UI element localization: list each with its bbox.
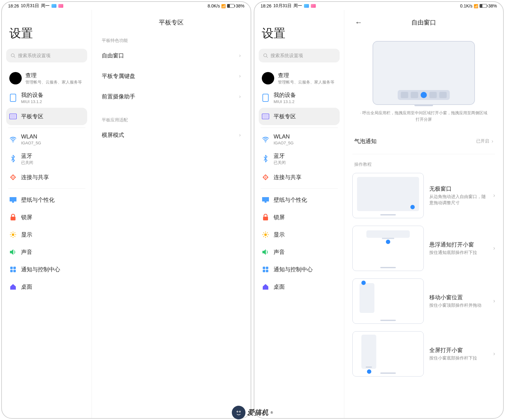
brightness-icon [9,231,17,238]
divider [8,188,85,189]
settings-title: 设置 [259,10,340,49]
search-input[interactable]: 搜索系统设置项 [259,49,340,62]
watermark-text: 爱搞机 [247,408,269,417]
svg-point-32 [264,233,267,236]
chevron-right-icon: › [239,73,241,79]
status-net-speed: 8.0K/s [208,3,220,8]
svg-line-16 [15,233,15,233]
watermark: 爱搞机® [232,406,273,419]
tutorial-thumb [352,331,424,377]
sound-title: 声音 [21,248,32,256]
svg-line-1 [14,56,15,58]
sidebar-item-notifications[interactable]: 通知与控制中心 [6,261,87,278]
svg-point-50 [239,411,240,412]
display-title: 显示 [21,231,32,238]
wlan-sub: IGAO7_5G [21,141,41,146]
tablet-icon [9,113,17,120]
back-button[interactable]: ← [352,16,365,29]
sidebar-item-wlan[interactable]: WLANIGAO7_5G [259,130,340,149]
svg-marker-41 [262,249,266,255]
wallpaper-icon [9,196,17,204]
notif-title: 通知与控制中心 [21,266,60,273]
row-front-camera-assist[interactable]: 前置摄像助手 › [100,86,243,107]
svg-rect-7 [12,201,14,203]
row-bubble-notification[interactable]: 气泡通知 已开启 › [352,131,495,151]
sidebar-item-tablet-zone[interactable]: 平板专区 [259,108,340,125]
settings-sidebar: 设置 搜索系统设置项 查理 管理帐号、云服务、家人服务等 我的 [2,10,92,418]
tutorial-thumb [352,278,424,324]
sidebar-item-device[interactable]: 我的设备MIUI 13.1.2 [259,88,340,108]
device-right: 18:26 10月31日 周一 0.1K/s 38% 设置 搜索系统设置项 [254,1,504,419]
chevron-right-icon: › [493,192,495,199]
sidebar-item-lock[interactable]: 锁屏 [259,209,340,226]
sidebar-item-account[interactable]: 查理 管理帐号、云服务、家人服务等 [259,69,340,88]
section-label-tutorial: 操作教程 [352,156,495,169]
avatar [262,72,274,84]
svg-point-9 [12,233,14,236]
sidebar-item-share[interactable]: 连接与共享 [6,169,87,186]
status-battery-pct: 38% [488,3,497,8]
svg-point-28 [265,141,266,142]
sidebar-item-tablet-zone[interactable]: 平板专区 [6,108,87,125]
share-icon [9,174,17,181]
sidebar-item-display[interactable]: 显示 [6,226,87,243]
wallpaper-title: 壁纸与个性化 [21,196,55,204]
sidebar-item-share[interactable]: 连接与共享 [259,169,340,186]
svg-rect-20 [13,267,16,269]
tutorial-fullscreen-window[interactable]: 全屏打开小窗 按住小窗底部操作杆下拉 › [352,327,495,377]
divider [8,128,85,128]
sidebar-item-sound[interactable]: 声音 [259,243,340,261]
home-title: 桌面 [21,283,32,291]
watermark-logo-icon [232,406,245,419]
status-app-icon-2 [311,4,316,8]
sidebar-item-account[interactable]: 查理 管理帐号、云服务、家人服务等 [6,69,87,88]
sidebar-item-sound[interactable]: 声音 [6,243,87,261]
home-icon [262,283,269,291]
wifi-icon [262,136,269,143]
sidebar-item-bluetooth[interactable]: 蓝牙 已关闭 [6,149,87,169]
search-placeholder: 搜索系统设置项 [18,53,51,59]
tutorial-move-window[interactable]: 移动小窗位置 按住小窗顶部操作杆并拖动 › [352,275,495,327]
sidebar-item-wallpaper[interactable]: 壁纸与个性化 [259,191,340,209]
svg-rect-21 [10,270,13,272]
svg-rect-8 [11,217,16,220]
row-tablet-keyboard[interactable]: 平板专属键盘 › [100,66,243,86]
sound-icon [262,248,269,256]
svg-rect-45 [266,270,268,272]
tutorial-float-notification[interactable]: 悬浮通知打开小窗 按住通知底部操作杆下拉 › [352,222,495,275]
sidebar-item-display[interactable]: 显示 [259,226,340,243]
status-time: 18:26 [261,3,271,8]
search-placeholder: 搜索系统设置项 [270,53,303,59]
bluetooth-icon [9,155,17,162]
svg-line-37 [263,233,264,233]
svg-point-5 [12,141,14,142]
svg-line-15 [15,236,15,237]
row-free-window[interactable]: 自由窗口 › [100,45,243,66]
svg-point-49 [237,411,238,412]
row-landscape-mode[interactable]: 横屏模式 › [100,125,243,145]
tutorial-thumb [352,226,424,271]
status-weekday: 周一 [293,3,302,9]
svg-rect-19 [10,267,13,269]
sidebar-item-home[interactable]: 桌面 [259,278,340,296]
chevron-right-icon: › [493,350,495,357]
content-title: 平板专区 [100,13,243,32]
home-icon [9,283,17,291]
sidebar-item-wlan[interactable]: WLAN IGAO7_5G [6,130,87,149]
sidebar-item-wallpaper[interactable]: 壁纸与个性化 [6,191,87,209]
status-weekday: 周一 [41,3,50,9]
sidebar-item-bluetooth[interactable]: 蓝牙已关闭 [259,149,340,169]
sidebar-item-lock[interactable]: 锁屏 [6,209,87,226]
lock-icon [9,214,17,221]
search-input[interactable]: 搜索系统设置项 [6,49,87,62]
sidebar-item-device[interactable]: 我的设备 MIUI 13.1.2 [6,88,87,108]
tutorial-infinite-window[interactable]: 无极窗口 从边角拖动进入自由窗口，随意拖动调整尺寸 › [352,169,495,222]
sidebar-item-home[interactable]: 桌面 [6,278,87,296]
sidebar-item-notifications[interactable]: 通知与控制中心 [259,261,340,278]
svg-point-23 [264,54,267,57]
bt-title: 蓝牙 [21,152,33,160]
svg-rect-4 [11,115,16,118]
bubble-value: 已开启 [476,138,489,144]
account-sub: 管理帐号、云服务、家人服务等 [25,80,82,85]
divider [352,154,495,154]
